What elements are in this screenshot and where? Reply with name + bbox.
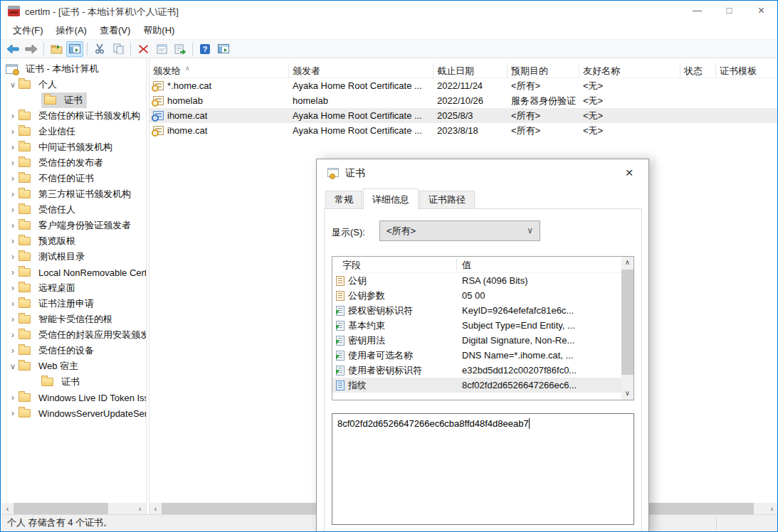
column-header-证书模板[interactable]: 证书模板 xyxy=(716,64,778,78)
tree-item-证书注册申请[interactable]: ›证书注册申请 xyxy=(1,296,146,312)
scrollbar-thumb[interactable] xyxy=(14,503,108,515)
scroll-up-icon[interactable]: ∧ xyxy=(621,257,634,269)
tree-item-证书[interactable]: 证书 xyxy=(1,374,146,390)
chevron-collapsed-icon[interactable]: › xyxy=(7,393,19,403)
chevron-collapsed-icon[interactable]: › xyxy=(7,283,19,293)
close-button[interactable]: × xyxy=(745,1,777,22)
chevron-collapsed-icon[interactable]: › xyxy=(7,267,19,277)
menu-item-文件F[interactable]: 文件(F) xyxy=(6,22,50,39)
tree-horizontal-scrollbar[interactable]: ‹ › xyxy=(1,503,146,515)
copy-button[interactable] xyxy=(110,41,127,57)
tree-item-企业信任[interactable]: ›企业信任 xyxy=(1,124,146,139)
field-row-授权密钥标识符[interactable]: 授权密钥标识符KeyID=9264efefafc81e6c... xyxy=(332,303,634,318)
chevron-collapsed-icon[interactable]: › xyxy=(7,299,19,309)
tree-item-受信任的设备[interactable]: ›受信任的设备 xyxy=(1,343,146,358)
tree-item-客户端身份验证颁发者[interactable]: ›客户端身份验证颁发者 xyxy=(1,218,146,233)
tree-item-证书[interactable]: 证书 xyxy=(1,92,146,108)
chevron-expanded-icon[interactable]: ∨ xyxy=(7,80,19,90)
export-button[interactable] xyxy=(172,41,189,57)
column-header-状态[interactable]: 状态 xyxy=(680,64,716,78)
cell-issued_to: homelab xyxy=(149,93,289,108)
field-row-密钥用法[interactable]: 密钥用法Digital Signature, Non-Re... xyxy=(332,333,634,348)
chevron-collapsed-icon[interactable]: › xyxy=(7,408,19,418)
tree-item-测试根目录[interactable]: ›测试根目录 xyxy=(1,249,146,265)
chevron-collapsed-icon[interactable]: › xyxy=(7,205,19,215)
chevron-collapsed-icon[interactable]: › xyxy=(7,330,19,340)
dialog-close-icon[interactable]: × xyxy=(617,164,641,183)
field-row-使用者可选名称[interactable]: 使用者可选名称DNS Name=*.ihome.cat, ... xyxy=(332,348,634,363)
tree-item-WindowsServerUpdateServices[interactable]: ›WindowsServerUpdateServices xyxy=(1,405,146,421)
chevron-collapsed-icon[interactable]: › xyxy=(7,346,19,356)
tree-item-远程桌面[interactable]: ›远程桌面 xyxy=(1,280,146,296)
tree-item-证书 - 本地计算机[interactable]: 证书 - 本地计算机 xyxy=(1,61,146,77)
chevron-collapsed-icon[interactable]: › xyxy=(7,252,19,262)
tree-item-中间证书颁发机构[interactable]: ›中间证书颁发机构 xyxy=(1,139,146,155)
show-hide-panel-button[interactable] xyxy=(215,41,232,57)
forward-button[interactable] xyxy=(23,41,40,57)
menu-item-帮助H[interactable]: 帮助(H) xyxy=(137,22,181,39)
fields-column-field[interactable]: 字段 xyxy=(342,259,361,272)
chevron-collapsed-icon[interactable]: › xyxy=(7,111,19,121)
fields-vertical-scrollbar[interactable]: ∧ ∨ xyxy=(621,257,634,400)
chevron-collapsed-icon[interactable]: › xyxy=(7,158,19,168)
field-row-基本约束[interactable]: 基本约束Subject Type=End Entity, ... xyxy=(332,318,634,333)
column-header-颁发给[interactable]: 颁发给∧ xyxy=(149,64,289,78)
scrollbar-thumb[interactable] xyxy=(621,270,634,375)
scroll-left-icon[interactable]: ‹ xyxy=(1,503,14,515)
certificate-row-ihome.cat[interactable]: ihome.catAyaka Home Root Certificate ...… xyxy=(149,108,778,123)
field-row-指纹[interactable]: 指纹8cf02fd2d6526647266ec6... xyxy=(332,378,634,393)
tree-item-个人[interactable]: ∨个人 xyxy=(1,77,146,92)
tab-常规[interactable]: 常规 xyxy=(325,191,362,209)
export-list-button[interactable] xyxy=(48,41,65,57)
maximize-button[interactable]: □ xyxy=(713,1,745,22)
field-row-公钥[interactable]: 公钥RSA (4096 Bits) xyxy=(332,273,634,288)
text-cursor xyxy=(529,418,530,429)
show-dropdown[interactable]: <所有> ∨ xyxy=(379,220,540,241)
tab-详细信息[interactable]: 详细信息 xyxy=(363,188,419,210)
tree-item-受信任的发布者[interactable]: ›受信任的发布者 xyxy=(1,155,146,171)
tree-item-受信任人[interactable]: ›受信任人 xyxy=(1,202,146,218)
back-button[interactable] xyxy=(4,41,21,57)
chevron-collapsed-icon[interactable]: › xyxy=(7,189,19,199)
column-header-截止日期[interactable]: 截止日期 xyxy=(433,64,508,78)
certificate-row-homelab[interactable]: homelabhomelab2022/10/26服务器身份验证<无> xyxy=(149,93,778,108)
help-button[interactable]: ? xyxy=(196,41,214,57)
tab-证书路径[interactable]: 证书路径 xyxy=(419,191,475,209)
cut-button[interactable] xyxy=(91,41,108,57)
field-row-使用者密钥标识符[interactable]: 使用者密钥标识符e32bd5dd12c00207f86fc0... xyxy=(332,363,634,378)
tree-item-Windows Live ID Token Issuer[interactable]: ›Windows Live ID Token Issuer xyxy=(1,390,146,405)
minimize-button[interactable]: — xyxy=(681,1,713,22)
column-header-预期目的[interactable]: 预期目的 xyxy=(508,64,579,78)
chevron-collapsed-icon[interactable]: › xyxy=(7,314,19,324)
fields-column-value[interactable]: 值 xyxy=(462,259,471,272)
tree-item-受信任的封装应用安装颁发机构[interactable]: ›受信任的封装应用安装颁发机构 xyxy=(1,327,146,343)
certificate-row-*.home.cat[interactable]: *.home.catAyaka Home Root Certificate ..… xyxy=(149,78,778,93)
scroll-right-icon[interactable]: › xyxy=(134,503,146,515)
chevron-collapsed-icon[interactable]: › xyxy=(7,142,19,152)
chevron-expanded-icon[interactable]: ∨ xyxy=(7,362,19,371)
field-value-textbox[interactable]: 8cf02fd2d6526647266ec6cba8ffd48f4d8eeab7 xyxy=(332,413,634,525)
menu-item-操作A[interactable]: 操作(A) xyxy=(50,22,93,39)
properties-button[interactable] xyxy=(153,41,170,57)
tree-item-第三方根证书颁发机构[interactable]: ›第三方根证书颁发机构 xyxy=(1,186,146,202)
tree-item-受信任的根证书颁发机构[interactable]: ›受信任的根证书颁发机构 xyxy=(1,108,146,124)
tree-item-Web 宿主[interactable]: ∨Web 宿主 xyxy=(1,358,146,374)
chevron-collapsed-icon[interactable]: › xyxy=(7,174,19,183)
menu-item-查看V[interactable]: 查看(V) xyxy=(93,22,137,39)
field-row-公钥参数[interactable]: 公钥参数05 00 xyxy=(332,288,634,303)
chevron-collapsed-icon[interactable]: › xyxy=(7,220,19,230)
scroll-down-icon[interactable]: ∨ xyxy=(621,388,634,400)
show-hide-tree-button[interactable] xyxy=(66,41,83,57)
chevron-collapsed-icon[interactable]: › xyxy=(7,236,19,246)
tree-item-Local NonRemovable Certificates[interactable]: ›Local NonRemovable Certificates xyxy=(1,265,146,280)
column-header-颁发者[interactable]: 颁发者 xyxy=(289,64,433,78)
tree-item-不信任的证书[interactable]: ›不信任的证书 xyxy=(1,171,146,186)
certificate-row-ihome.cat[interactable]: ihome.catAyaka Home Root Certificate ...… xyxy=(149,123,778,138)
chevron-collapsed-icon[interactable]: › xyxy=(7,127,19,137)
scroll-left-icon[interactable]: ‹ xyxy=(149,503,162,515)
column-header-友好名称[interactable]: 友好名称 xyxy=(579,64,680,78)
tree-item-智能卡受信任的根[interactable]: ›智能卡受信任的根 xyxy=(1,312,146,327)
delete-button[interactable] xyxy=(135,41,152,57)
scroll-right-icon[interactable]: › xyxy=(766,503,778,515)
tree-item-预览版根[interactable]: ›预览版根 xyxy=(1,233,146,249)
